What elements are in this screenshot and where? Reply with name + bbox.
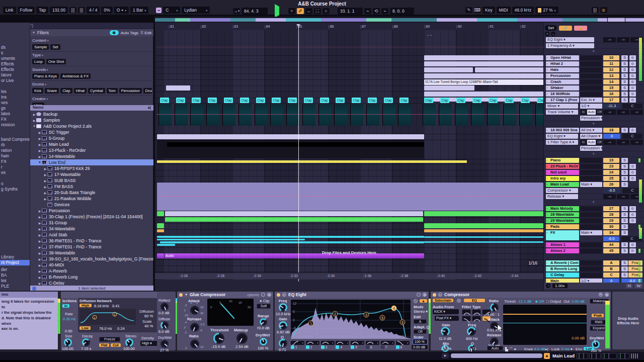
clap-clip-body[interactable]	[366, 104, 379, 126]
arrangement-clip[interactable]	[157, 229, 164, 232]
metronome-toggle[interactable]: O●▾	[114, 7, 129, 14]
eq-band-filter-menu[interactable]: ▾	[396, 341, 410, 345]
bar-number[interactable]: 88	[392, 24, 398, 29]
save-preset-icon[interactable]: ◉	[267, 293, 271, 297]
track-number-badge[interactable]: 28	[603, 212, 619, 217]
bar-number[interactable]: 92	[520, 24, 526, 29]
sidebar-item[interactable]: o	[1, 181, 4, 187]
time-label[interactable]: 2:28	[216, 274, 224, 278]
bar-number[interactable]: 86	[329, 24, 334, 29]
glue-release-knob[interactable]	[190, 323, 199, 332]
clap-clip-body[interactable]	[350, 104, 363, 126]
eq-band-8[interactable]: ▾8	[396, 341, 410, 349]
volume-value[interactable]: -11.3	[603, 104, 620, 109]
track-io-menu[interactable]	[580, 260, 602, 265]
eq-band-filter-menu[interactable]: ▾	[336, 341, 349, 345]
tree-item[interactable]: ▶Acid Stab	[30, 232, 153, 238]
sidechain-gear-icon[interactable]: ⊕	[457, 299, 461, 303]
tree-arrow-icon[interactable]: ▶	[38, 227, 42, 231]
freeze-button[interactable]: Freeze	[99, 337, 120, 342]
filter-section-header[interactable]: Creator ▾	[32, 97, 152, 102]
solo-button[interactable]: S	[621, 170, 628, 175]
arrangement-clip[interactable]	[424, 229, 543, 232]
sidebar-item[interactable]: ration	[1, 148, 12, 153]
channel-menu[interactable]: 1/2 ▾	[580, 104, 602, 109]
sidebar-item[interactable]: r	[1, 164, 3, 170]
eq-band-toggle[interactable]: 2	[306, 345, 312, 349]
tree-arrow-icon[interactable]: ▶	[38, 137, 42, 140]
diffusion-value[interactable]: 60 %	[144, 314, 153, 318]
arm-button[interactable]: ⊙	[629, 85, 636, 90]
solo-button[interactable]: S	[621, 164, 628, 169]
automation-param-menu[interactable]: Track Volume ▾	[546, 110, 578, 115]
clap-clip-body[interactable]	[255, 104, 268, 126]
reverb-drywet-knob[interactable]	[160, 340, 169, 348]
track-number-badge[interactable]: 27	[603, 206, 619, 211]
tree-arrow-icon[interactable]: ▶	[38, 239, 42, 243]
track-io-menu[interactable]	[580, 242, 602, 247]
time-label[interactable]: 2:26	[180, 274, 188, 278]
track-name[interactable]: 23 Pluck - ReOr	[546, 164, 579, 169]
tree-arrow-icon[interactable]: ▶	[38, 143, 42, 146]
band-enable-checkbox[interactable]	[321, 345, 325, 349]
lookahead-value[interactable]: 0 ms	[561, 347, 570, 351]
clap-clip-header[interactable]: Clap	[399, 98, 409, 103]
clap-clip-header[interactable]: Clap	[240, 98, 249, 103]
track-io-menu[interactable]	[580, 61, 602, 66]
filter-tag[interactable]: Set	[50, 44, 60, 50]
arrangement-clip[interactable]	[166, 85, 190, 90]
filter-tag[interactable]: Kick	[32, 88, 43, 94]
clap-clip-body[interactable]	[222, 104, 235, 126]
groove-amount-field[interactable]: 0%	[101, 7, 112, 14]
eq-freq-knob[interactable]	[279, 303, 287, 312]
sidechain-source-menu[interactable]: KICK ▾	[433, 309, 459, 314]
thresh-value[interactable]: -12.1 dB	[517, 299, 531, 304]
automation-line[interactable]	[157, 114, 543, 115]
pan-value[interactable]: C	[622, 104, 642, 109]
bar-number[interactable]: 82	[201, 24, 206, 29]
sidebar-item[interactable]: rb	[1, 142, 5, 148]
track-name[interactable]: Crash	[546, 79, 579, 84]
tree-item[interactable]: ▶16-RPSP3 Kick 29	[30, 165, 153, 171]
track-name[interactable]: Atmos 2	[546, 248, 579, 253]
clap-clip-header[interactable]: Clap	[320, 98, 329, 103]
hot-swap-icon[interactable]: ◌	[417, 293, 421, 297]
display-mode-icons[interactable]: ▙ ⌒ ●	[505, 347, 516, 352]
range-value[interactable]: 70.0 dB	[257, 326, 270, 330]
clap-clip-header[interactable]: Clap	[352, 98, 361, 103]
tree-item[interactable]: ▶B-Reverb Long	[30, 274, 153, 280]
section-collapse-icon[interactable]: ▾	[46, 68, 48, 71]
arrangement-clip[interactable]	[165, 211, 423, 216]
band-menu-icon[interactable]: ▾	[332, 341, 334, 344]
device-chain-selector[interactable]: EQ Eight ▾	[546, 37, 594, 42]
arrangement-clip[interactable]	[157, 134, 424, 139]
track-number-badge[interactable]: 12	[603, 67, 619, 72]
track-number-badge[interactable]: 44	[603, 242, 619, 247]
eq-gain-value[interactable]: 6.82 dB	[277, 330, 290, 334]
follow-button[interactable]: Follow	[18, 7, 35, 14]
filter-tag[interactable]: Loop	[32, 59, 45, 64]
save-preset-icon[interactable]: ◉	[423, 293, 427, 297]
clap-clip-body[interactable]	[439, 104, 452, 126]
band-menu-icon[interactable]: ▾	[362, 341, 364, 344]
arrangement-overview[interactable]	[155, 17, 644, 23]
band-menu-icon[interactable]: ▾	[377, 341, 378, 344]
eq-gain-knob[interactable]	[279, 321, 287, 330]
sort-ascending-icon[interactable]: ▴|	[148, 105, 151, 111]
tree-arrow-icon[interactable]: ▶	[43, 173, 47, 176]
tree-item[interactable]: ▶20-Sub Bass Triangle	[30, 190, 153, 196]
stereo-value[interactable]: 100.00	[123, 346, 135, 351]
sidebar-item[interactable]: Effects	[1, 67, 14, 72]
punch-in-icon[interactable]: ⌁	[364, 8, 371, 14]
tree-arrow-icon[interactable]: ▶	[43, 191, 47, 195]
time-label[interactable]: 2:40	[437, 274, 445, 278]
cpu-meter[interactable]: 27 %▾	[535, 7, 558, 14]
sidebar-item[interactable]: s	[1, 50, 3, 56]
locator-markers[interactable]: ⌄⌄	[427, 33, 433, 36]
filter-section-header[interactable]: Type ▾	[32, 53, 152, 58]
threshold-line[interactable]	[503, 314, 587, 315]
arrangement-clip[interactable]	[424, 92, 543, 97]
track-number-badge[interactable]: 11	[603, 61, 619, 66]
track-name[interactable]: B Reverb Long	[546, 266, 579, 272]
sc-freq-value[interactable]: 800 Hz	[466, 336, 478, 341]
